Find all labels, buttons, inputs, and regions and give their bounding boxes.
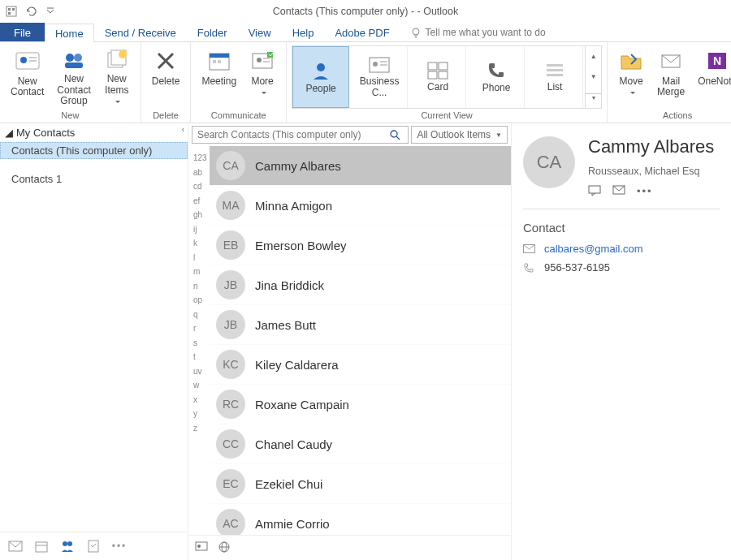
new-contact-group-button[interactable]: New Contact Group <box>51 45 96 109</box>
list-icon <box>545 62 564 80</box>
az-op[interactable]: op <box>188 293 210 308</box>
tab-folder[interactable]: Folder <box>187 23 238 41</box>
contact-row[interactable]: ACAmmie Corrio <box>210 504 511 535</box>
svg-point-13 <box>74 54 82 62</box>
new-items-label: New Items <box>104 74 130 106</box>
email-row: calbares@gmail.com <box>523 243 720 255</box>
svg-rect-19 <box>210 54 229 58</box>
search-icon[interactable] <box>390 130 408 140</box>
search-input[interactable] <box>192 129 390 140</box>
view-people[interactable]: People <box>292 46 349 108</box>
contact-row[interactable]: RCRoxane Campain <box>210 385 511 424</box>
view-list[interactable]: List <box>526 46 583 108</box>
svg-rect-37 <box>547 69 563 71</box>
view-phone[interactable]: Phone <box>468 46 525 108</box>
az-y[interactable]: y <box>188 407 210 421</box>
az-x[interactable]: x <box>188 393 210 407</box>
qat-app-icon[interactable] <box>3 3 19 19</box>
az-s[interactable]: s <box>188 336 210 351</box>
az-t[interactable]: t <box>188 350 210 364</box>
tab-help[interactable]: Help <box>282 23 325 41</box>
move-button[interactable]: Move <box>612 45 650 109</box>
tab-send-receive[interactable]: Send / Receive <box>94 23 187 41</box>
search-box[interactable] <box>192 126 409 144</box>
my-contacts-label: My Contacts <box>16 127 75 139</box>
tab-home[interactable]: Home <box>45 24 94 42</box>
contact-name-label: James Butt <box>255 318 316 332</box>
ribbon-group-communicate-label: Communicate <box>196 109 281 122</box>
view-list-label: List <box>547 82 563 93</box>
onenote-label: OneNote <box>698 76 731 87</box>
filter-dropdown[interactable]: All Outlook Items▼ <box>411 126 508 144</box>
view-gallery-more[interactable]: ▲▼▾ <box>585 46 601 108</box>
more-actions-icon[interactable]: ••• <box>637 185 653 197</box>
contacts-scroll[interactable]: CACammy AlbaresMAMinna AmigonEBEmerson B… <box>210 146 511 535</box>
az-n[interactable]: n <box>188 279 210 294</box>
az-cd[interactable]: cd <box>188 179 210 194</box>
mail-merge-button[interactable]: Mail Merge <box>651 45 690 109</box>
my-contacts-header[interactable]: ◢ My Contacts <box>0 123 188 142</box>
card-view-icon[interactable] <box>195 541 210 555</box>
az-ab[interactable]: ab <box>188 166 210 180</box>
chat-icon[interactable] <box>588 185 601 197</box>
tab-view[interactable]: View <box>238 23 282 41</box>
view-business-card[interactable]: Business C... <box>351 46 408 108</box>
az-m[interactable]: m <box>188 265 210 279</box>
more-button[interactable]: More <box>244 45 281 109</box>
az-ef[interactable]: ef <box>188 194 210 209</box>
contact-row[interactable]: JBJames Butt <box>210 305 511 345</box>
contact-avatar-sm: CC <box>216 429 245 459</box>
people-nav-icon[interactable] <box>60 539 75 554</box>
sidebar-item-contacts-1[interactable]: Contacts 1 <box>0 170 188 187</box>
az-l[interactable]: l <box>188 251 210 265</box>
az-k[interactable]: k <box>188 236 210 251</box>
phone-small-icon <box>523 262 536 274</box>
az-q[interactable]: q <box>188 308 210 322</box>
contact-row[interactable]: CACammy Albares <box>210 146 511 186</box>
az-r[interactable]: r <box>188 321 210 336</box>
contact-row[interactable]: ECEzekiel Chui <box>210 464 511 504</box>
az-gh[interactable]: gh <box>188 208 210 222</box>
az-w[interactable]: w <box>188 378 210 393</box>
tab-adobe-pdf[interactable]: Adobe PDF <box>324 23 400 41</box>
mail-nav-icon[interactable] <box>8 539 23 554</box>
meeting-button[interactable]: Meeting <box>196 45 242 109</box>
view-card[interactable]: Card <box>409 46 466 108</box>
email-icon[interactable] <box>612 185 625 197</box>
tell-me[interactable]: Tell me what you want to do <box>410 23 546 41</box>
contact-row[interactable]: JBJina Briddick <box>210 265 511 305</box>
view-people-label: People <box>305 84 335 94</box>
globe-icon[interactable] <box>218 541 232 555</box>
email-link[interactable]: calbares@gmail.com <box>544 243 643 255</box>
more-nav-icon[interactable]: ••• <box>112 539 127 554</box>
az-uv[interactable]: uv <box>188 364 210 379</box>
view-card-label: Card <box>427 82 448 93</box>
svg-rect-3 <box>8 12 11 15</box>
contact-name-label: Minna Amigon <box>255 199 332 213</box>
contact-avatar-sm: KC <box>216 350 245 379</box>
delete-button[interactable]: Delete <box>146 45 186 109</box>
qat-customize-icon[interactable] <box>42 3 58 19</box>
onenote-button[interactable]: N OneNote <box>692 45 731 109</box>
new-items-button[interactable]: New Items <box>98 45 136 109</box>
svg-point-46 <box>67 541 72 546</box>
az-ij[interactable]: ij <box>188 222 210 237</box>
undo-icon[interactable] <box>23 3 39 19</box>
contact-row[interactable]: MAMinna Amigon <box>210 186 511 226</box>
tab-file[interactable]: File <box>0 23 45 41</box>
sidebar-item-contacts-this-computer[interactable]: Contacts (This computer only) <box>0 142 188 159</box>
az-z[interactable]: z <box>188 421 210 436</box>
new-contact-label: New Contact <box>11 76 44 97</box>
contact-name-label: Emerson Bowley <box>255 239 347 252</box>
contact-row[interactable]: KCKiley Caldarera <box>210 345 511 385</box>
az-123[interactable]: 123 <box>188 151 210 166</box>
ribbon-group-delete-label: Delete <box>146 109 186 122</box>
calendar-nav-icon[interactable] <box>34 539 49 554</box>
contact-row[interactable]: EBEmerson Bowley <box>210 226 511 265</box>
ribbon: New Contact New Contact Group New Items … <box>0 42 731 123</box>
envelope-icon <box>523 244 536 253</box>
tasks-nav-icon[interactable] <box>86 539 101 554</box>
new-contact-button[interactable]: New Contact <box>5 45 50 109</box>
collapse-icon[interactable]: ‹ <box>182 125 184 134</box>
contact-row[interactable]: CCChanel Caudy <box>210 424 511 464</box>
